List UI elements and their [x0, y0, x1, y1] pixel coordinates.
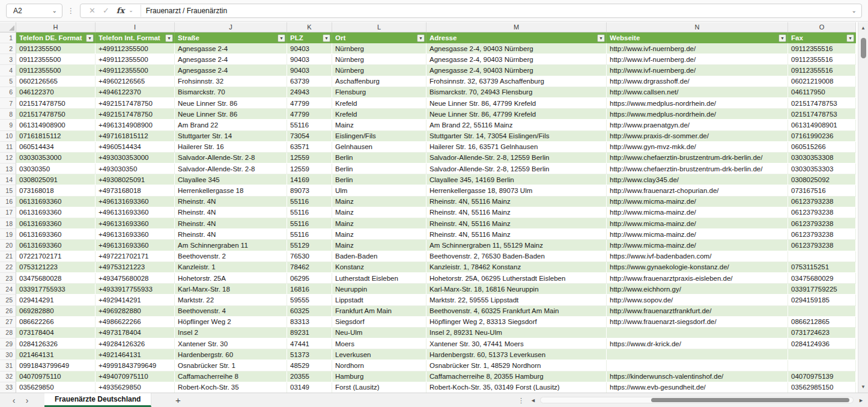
- cell[interactable]: 03562985150: [788, 382, 856, 393]
- cell[interactable]: 035629850: [16, 382, 96, 393]
- cell[interactable]: 51373: [287, 349, 332, 360]
- cell[interactable]: 06131693360: [16, 240, 96, 251]
- cell[interactable]: http://www.chefaerztin-brustzentrum-drk-…: [607, 164, 788, 174]
- row-number[interactable]: 18: [0, 218, 16, 229]
- cell[interactable]: Xantener Str. 30: [175, 338, 287, 349]
- row-number[interactable]: 10: [0, 131, 16, 142]
- cell[interactable]: +499112355500: [96, 43, 175, 54]
- column-header-o[interactable]: O: [788, 22, 856, 32]
- cell[interactable]: +494070975110: [96, 372, 175, 382]
- cell[interactable]: +493475680028: [96, 273, 175, 284]
- cell[interactable]: 0284124936: [788, 338, 856, 349]
- row-number[interactable]: 28: [0, 328, 16, 338]
- cell[interactable]: 04070975110: [16, 372, 96, 382]
- cell[interactable]: http://www.drgrasshoff.de/: [607, 76, 788, 87]
- cell[interactable]: 59555: [287, 295, 332, 305]
- cell[interactable]: +49602126565: [96, 76, 175, 87]
- cell[interactable]: [788, 251, 856, 262]
- cell[interactable]: 63571: [287, 142, 332, 153]
- cell[interactable]: 55116: [287, 218, 332, 229]
- cell[interactable]: Rheinstr. 4N, 55116 Mainz: [426, 197, 607, 207]
- cell[interactable]: Herrenkellergasse 18, 89073 Ulm: [426, 185, 607, 196]
- cell[interactable]: Am Schinnergraben 11, 55129 Mainz: [426, 240, 607, 251]
- cell[interactable]: 55116: [287, 120, 332, 130]
- cell[interactable]: Salvador-Allende-Str. 2-8, 12559 Berlin: [426, 164, 607, 174]
- cell[interactable]: 0731724623: [788, 328, 856, 338]
- cell[interactable]: Beethovenstr. 4, 60325 Frankfurt Am Main: [426, 306, 607, 317]
- cell[interactable]: Insel 2, 89231 Neu-Ulm: [426, 328, 607, 338]
- cell[interactable]: 06123793238: [788, 240, 856, 251]
- cell[interactable]: +49284126326: [96, 338, 175, 349]
- cell[interactable]: Ulm: [332, 185, 426, 196]
- cell[interactable]: Neu-Ulm: [332, 328, 426, 338]
- cell[interactable]: Nürnberg: [332, 54, 426, 65]
- cell[interactable]: Xantener Str. 30, 47441 Moers: [426, 338, 607, 349]
- vertical-scrollbar[interactable]: ▲ ▼: [858, 22, 868, 393]
- cell[interactable]: 14169: [287, 174, 332, 185]
- cell[interactable]: Hardenbergstr. 60, 51373 Leverkusen: [426, 349, 607, 360]
- cell[interactable]: 0866212865: [788, 317, 856, 328]
- cell[interactable]: Mainz: [332, 197, 426, 207]
- cell[interactable]: Osnabrücker Str. 1: [175, 360, 287, 371]
- cell[interactable]: 24943: [287, 87, 332, 98]
- enter-icon[interactable]: ✓: [103, 7, 109, 14]
- cell[interactable]: Krefeld: [332, 109, 426, 120]
- column-header-j[interactable]: J: [175, 22, 287, 32]
- cell[interactable]: 021517478750: [16, 109, 96, 120]
- cell[interactable]: 061314908901: [788, 120, 856, 130]
- cell[interactable]: Kanzleistr. 1, 78462 Konstanz: [426, 262, 607, 273]
- cell[interactable]: 63739: [287, 76, 332, 87]
- cell[interactable]: Agnesgasse 2-4, 90403 Nürnberg: [426, 54, 607, 65]
- cell[interactable]: 03030353000: [16, 153, 96, 164]
- cell[interactable]: 021517478750: [16, 98, 96, 109]
- cell[interactable]: Agnesgasse 2-4: [175, 65, 287, 76]
- row-number[interactable]: 3: [0, 54, 16, 65]
- cell[interactable]: 09112355500: [16, 43, 96, 54]
- cancel-icon[interactable]: ✕: [89, 7, 96, 14]
- cell[interactable]: http://www.sopov.de/: [607, 295, 788, 305]
- cell[interactable]: Karl-Marx-Str. 18, 16816 Neuruppin: [426, 284, 607, 295]
- cell[interactable]: https://www.ivf-badenbaden.com/: [607, 251, 788, 262]
- cell[interactable]: Moers: [332, 338, 426, 349]
- cell[interactable]: 06131693360: [16, 229, 96, 240]
- table-header-cell[interactable]: Telefon Int. Format▼: [96, 32, 175, 43]
- cell[interactable]: +4921517478750: [96, 109, 175, 120]
- cell[interactable]: Berlin: [332, 153, 426, 164]
- cell[interactable]: Berlin: [332, 164, 426, 174]
- cell[interactable]: +496131693360: [96, 197, 175, 207]
- cell[interactable]: Hailerer Str. 16: [175, 142, 287, 153]
- scroll-up-icon[interactable]: ▲: [861, 25, 866, 31]
- cell[interactable]: +497221702171: [96, 251, 175, 262]
- cell[interactable]: 021517478753: [788, 98, 856, 109]
- row-number[interactable]: 11: [0, 142, 16, 153]
- filter-dropdown-icon[interactable]: ▼: [278, 34, 285, 42]
- cell[interactable]: Rheinstr. 4N, 55116 Mainz: [426, 229, 607, 240]
- row-number[interactable]: 24: [0, 284, 16, 295]
- cell[interactable]: Karl-Marx-Str. 18: [175, 284, 287, 295]
- cell[interactable]: 47441: [287, 338, 332, 349]
- cell[interactable]: 060515266: [788, 142, 856, 153]
- cell[interactable]: http://www.micma-mainz.de/: [607, 197, 788, 207]
- row-number[interactable]: 14: [0, 174, 16, 185]
- next-sheet-icon[interactable]: ›: [20, 396, 34, 405]
- cell[interactable]: Lutherstadt Eisleben: [332, 273, 426, 284]
- filter-dropdown-icon[interactable]: ▼: [86, 34, 94, 42]
- cell[interactable]: Clayallee 345, 14169 Berlin: [426, 174, 607, 185]
- cell[interactable]: Mainz: [332, 229, 426, 240]
- cell[interactable]: Agnesgasse 2-4, 90403 Nürnberg: [426, 43, 607, 54]
- filter-dropdown-icon[interactable]: ▼: [778, 34, 786, 42]
- row-number[interactable]: 23: [0, 273, 16, 284]
- cell[interactable]: +4961314908900: [96, 120, 175, 130]
- cell[interactable]: http://www.praenatgyn.de/: [607, 120, 788, 130]
- cell[interactable]: [607, 349, 788, 360]
- column-header-i[interactable]: I: [96, 22, 175, 32]
- cell[interactable]: +496131693360: [96, 218, 175, 229]
- filter-dropdown-icon[interactable]: ▼: [846, 34, 854, 42]
- cell[interactable]: +4973178404: [96, 328, 175, 338]
- cell[interactable]: 03030353308: [788, 153, 856, 164]
- cell[interactable]: Siegsdorf: [332, 317, 426, 328]
- cell[interactable]: Hohetorstr. 25A, 06295 Lutherstadt Eisle…: [426, 273, 607, 284]
- cell[interactable]: 06295: [287, 273, 332, 284]
- cell[interactable]: Höpflinger Weg 2, 83313 Siegsdorf: [426, 317, 607, 328]
- cell[interactable]: +496131693360: [96, 240, 175, 251]
